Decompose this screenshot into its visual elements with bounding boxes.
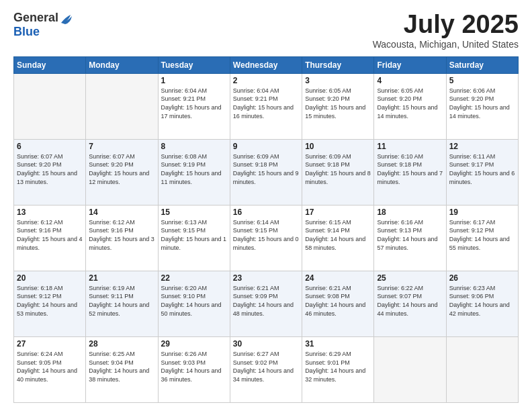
sunset-text: Sunset: 9:13 PM <box>377 227 422 234</box>
calendar-cell-w3-d3: 15Sunrise: 6:13 AMSunset: 9:15 PMDayligh… <box>158 205 230 271</box>
daylight-text: Daylight: 15 hours and 11 minutes. <box>161 170 222 185</box>
calendar-cell-w4-d7: 26Sunrise: 6:23 AMSunset: 9:06 PMDayligh… <box>446 271 518 336</box>
sunrise-text: Sunrise: 6:24 AM <box>17 351 63 357</box>
sunrise-text: Sunrise: 6:10 AM <box>377 153 423 160</box>
sunset-text: Sunset: 9:03 PM <box>161 359 206 366</box>
sunrise-text: Sunrise: 6:14 AM <box>233 219 279 226</box>
cell-info: Sunrise: 6:09 AMSunset: 9:18 PMDaylight:… <box>305 152 371 186</box>
daylight-text: Daylight: 15 hours and 13 minutes. <box>17 170 77 185</box>
sunset-text: Sunset: 9:15 PM <box>233 227 278 234</box>
sunset-text: Sunset: 9:10 PM <box>161 293 206 300</box>
title-block: July 2025 Wacousta, Michigan, United Sta… <box>373 11 519 50</box>
calendar-cell-w3-d4: 16Sunrise: 6:14 AMSunset: 9:15 PMDayligh… <box>230 205 302 271</box>
calendar-table: Sunday Monday Tuesday Wednesday Thursday… <box>13 56 519 403</box>
cell-info: Sunrise: 6:22 AMSunset: 9:07 PMDaylight:… <box>377 284 443 318</box>
calendar-cell-w3-d1: 13Sunrise: 6:12 AMSunset: 9:16 PMDayligh… <box>14 205 86 271</box>
sunset-text: Sunset: 9:20 PM <box>377 95 422 102</box>
cell-info: Sunrise: 6:05 AMSunset: 9:20 PMDaylight:… <box>377 87 443 120</box>
calendar-cell-w5-d4: 30Sunrise: 6:27 AMSunset: 9:02 PMDayligh… <box>230 336 302 402</box>
cell-info: Sunrise: 6:12 AMSunset: 9:16 PMDaylight:… <box>17 218 83 252</box>
day-number: 23 <box>233 273 299 283</box>
daylight-text: Daylight: 15 hours and 15 minutes. <box>305 104 365 120</box>
sunset-text: Sunset: 9:04 PM <box>89 359 134 366</box>
sunset-text: Sunset: 9:15 PM <box>161 227 206 234</box>
day-number: 22 <box>161 273 227 283</box>
col-saturday: Saturday <box>446 56 518 73</box>
sunrise-text: Sunrise: 6:05 AM <box>377 87 423 94</box>
calendar-cell-w3-d6: 18Sunrise: 6:16 AMSunset: 9:13 PMDayligh… <box>374 205 446 271</box>
cell-info: Sunrise: 6:07 AMSunset: 9:20 PMDaylight:… <box>89 152 154 186</box>
calendar-cell-w3-d2: 14Sunrise: 6:12 AMSunset: 9:16 PMDayligh… <box>86 205 158 271</box>
header: General Blue July 2025 Wacousta, Michiga… <box>13 11 519 50</box>
day-number: 30 <box>233 339 299 349</box>
calendar-cell-w3-d7: 19Sunrise: 6:17 AMSunset: 9:12 PMDayligh… <box>446 205 518 271</box>
sunrise-text: Sunrise: 6:09 AM <box>305 153 351 160</box>
sunrise-text: Sunrise: 6:15 AM <box>305 219 351 226</box>
sunrise-text: Sunrise: 6:07 AM <box>89 153 135 160</box>
daylight-text: Daylight: 15 hours and 4 minutes. <box>17 236 83 251</box>
calendar-cell-w1-d7: 5Sunrise: 6:06 AMSunset: 9:20 PMDaylight… <box>446 73 518 139</box>
sunset-text: Sunset: 9:20 PM <box>449 95 494 102</box>
daylight-text: Daylight: 15 hours and 3 minutes. <box>89 236 154 251</box>
daylight-text: Daylight: 14 hours and 57 minutes. <box>377 236 437 251</box>
day-number: 14 <box>89 208 154 217</box>
calendar-cell-w5-d2: 28Sunrise: 6:25 AMSunset: 9:04 PMDayligh… <box>86 336 158 402</box>
day-number: 7 <box>89 142 154 151</box>
day-number: 11 <box>377 142 443 151</box>
calendar-cell-w3-d5: 17Sunrise: 6:15 AMSunset: 9:14 PMDayligh… <box>302 205 374 271</box>
day-number: 4 <box>377 76 443 85</box>
sunrise-text: Sunrise: 6:12 AM <box>89 219 135 226</box>
sunset-text: Sunset: 9:14 PM <box>305 227 350 234</box>
sunrise-text: Sunrise: 6:18 AM <box>17 285 63 291</box>
week-row-2: 6Sunrise: 6:07 AMSunset: 9:20 PMDaylight… <box>14 139 519 205</box>
logo-general-text: General <box>13 11 58 25</box>
sunrise-text: Sunrise: 6:08 AM <box>161 153 208 160</box>
calendar-cell-w4-d3: 22Sunrise: 6:20 AMSunset: 9:10 PMDayligh… <box>158 271 230 336</box>
sunrise-text: Sunrise: 6:11 AM <box>449 153 496 160</box>
calendar-cell-w4-d6: 25Sunrise: 6:22 AMSunset: 9:07 PMDayligh… <box>374 271 446 336</box>
day-number: 31 <box>305 339 371 349</box>
month-title: July 2025 <box>373 11 519 39</box>
sunrise-text: Sunrise: 6:19 AM <box>89 285 135 291</box>
cell-info: Sunrise: 6:23 AMSunset: 9:06 PMDaylight:… <box>449 284 515 318</box>
sunset-text: Sunset: 9:21 PM <box>161 95 206 102</box>
calendar-cell-w1-d4: 2Sunrise: 6:04 AMSunset: 9:21 PMDaylight… <box>230 73 302 139</box>
calendar-cell-w1-d5: 3Sunrise: 6:05 AMSunset: 9:20 PMDaylight… <box>302 73 374 139</box>
cell-info: Sunrise: 6:04 AMSunset: 9:21 PMDaylight:… <box>161 87 227 120</box>
sunset-text: Sunset: 9:07 PM <box>377 293 422 300</box>
daylight-text: Daylight: 15 hours and 14 minutes. <box>377 104 437 120</box>
day-number: 12 <box>449 142 515 151</box>
daylight-text: Daylight: 14 hours and 58 minutes. <box>305 236 365 251</box>
cell-info: Sunrise: 6:18 AMSunset: 9:12 PMDaylight:… <box>17 284 83 318</box>
sunrise-text: Sunrise: 6:21 AM <box>233 285 279 291</box>
sunset-text: Sunset: 9:02 PM <box>233 359 278 366</box>
day-number: 24 <box>305 273 371 283</box>
cell-info: Sunrise: 6:04 AMSunset: 9:21 PMDaylight:… <box>233 87 299 120</box>
day-number: 2 <box>233 76 299 85</box>
day-number: 29 <box>161 339 227 349</box>
day-number: 8 <box>161 142 227 151</box>
cell-info: Sunrise: 6:16 AMSunset: 9:13 PMDaylight:… <box>377 218 443 252</box>
day-number: 5 <box>449 76 515 85</box>
cell-info: Sunrise: 6:09 AMSunset: 9:18 PMDaylight:… <box>233 152 299 186</box>
daylight-text: Daylight: 15 hours and 0 minutes. <box>233 236 299 251</box>
sunset-text: Sunset: 9:18 PM <box>233 161 278 168</box>
day-number: 15 <box>161 208 227 217</box>
calendar-cell-w4-d2: 21Sunrise: 6:19 AMSunset: 9:11 PMDayligh… <box>86 271 158 336</box>
day-number: 13 <box>17 208 83 217</box>
cell-info: Sunrise: 6:10 AMSunset: 9:18 PMDaylight:… <box>377 152 443 186</box>
sunrise-text: Sunrise: 6:27 AM <box>233 351 279 357</box>
cell-info: Sunrise: 6:17 AMSunset: 9:12 PMDaylight:… <box>449 218 515 252</box>
day-number: 18 <box>377 208 443 217</box>
daylight-text: Daylight: 15 hours and 12 minutes. <box>89 170 149 185</box>
cell-info: Sunrise: 6:29 AMSunset: 9:01 PMDaylight:… <box>305 350 371 383</box>
sunset-text: Sunset: 9:17 PM <box>449 161 494 168</box>
cell-info: Sunrise: 6:13 AMSunset: 9:15 PMDaylight:… <box>161 218 227 252</box>
sunset-text: Sunset: 9:09 PM <box>233 293 278 300</box>
daylight-text: Daylight: 15 hours and 16 minutes. <box>233 104 294 120</box>
cell-info: Sunrise: 6:19 AMSunset: 9:11 PMDaylight:… <box>89 284 154 318</box>
daylight-text: Daylight: 14 hours and 50 minutes. <box>161 302 222 317</box>
sunrise-text: Sunrise: 6:23 AM <box>449 285 496 291</box>
cell-info: Sunrise: 6:15 AMSunset: 9:14 PMDaylight:… <box>305 218 371 252</box>
calendar-cell-w5-d7 <box>446 336 518 402</box>
